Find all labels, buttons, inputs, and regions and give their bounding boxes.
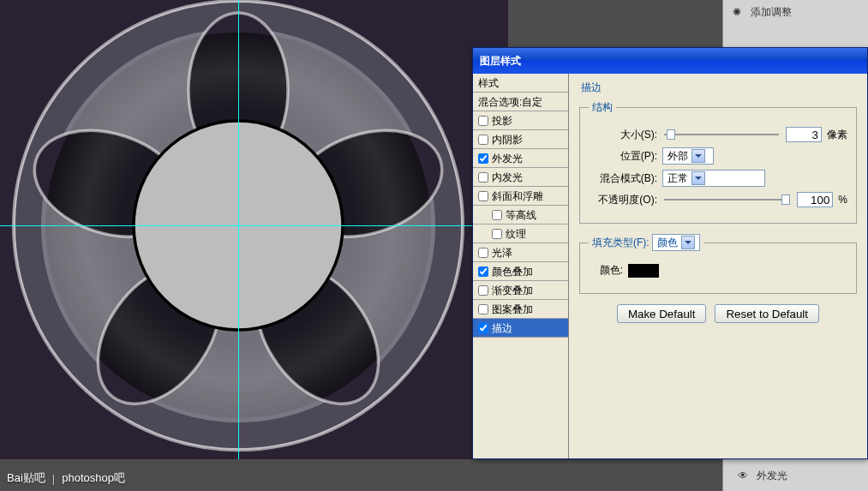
style-item-drop-shadow[interactable]: 投影 [473,111,568,130]
add-adjustment[interactable]: ✺ 添加调整 [723,0,868,24]
style-checkbox-drop-shadow[interactable] [478,116,488,126]
fill-fieldset: 填充类型(F): 颜色 颜色: [579,234,857,294]
dialog-title: 图层样式 [480,54,521,69]
blend-options-header[interactable]: 混合选项:自定 [473,93,568,111]
color-label: 颜色: [589,263,623,278]
structure-fieldset: 结构 大小(S): 像素 位置(P): 外部 混合模式(B): 正常 不透明度(… [579,100,857,224]
fill-legend: 填充类型(F): 颜色 [589,234,703,251]
chevron-down-icon [681,236,695,249]
fx-entry-label: 外发光 [757,469,787,483]
style-label: 外发光 [492,149,523,168]
style-label: 图案叠加 [492,300,533,319]
style-item-stroke[interactable]: 描边 [473,319,568,338]
opacity-label: 不透明度(O): [589,193,657,207]
opacity-input[interactable] [797,192,833,207]
add-adjustment-label: 添加调整 [751,5,792,20]
style-checkbox-inner-glow[interactable] [478,172,488,183]
style-checkbox-satin[interactable] [478,248,488,258]
style-label: 光泽 [492,243,512,262]
guide-horizontal [0,225,508,226]
style-item-color-overlay[interactable]: 颜色叠加 [473,262,568,281]
style-item-bevel[interactable]: 斜面和浮雕 [473,187,568,206]
chevron-down-icon [691,171,705,185]
style-item-inner-shadow[interactable]: 内阴影 [473,130,568,149]
watermark: Bai贴吧 | photoshop吧 [7,470,125,486]
position-label: 位置(P): [589,149,657,164]
size-label: 大小(S): [589,128,657,142]
filltype-label: 填充类型(F): [592,237,650,248]
structure-legend: 结构 [589,100,616,115]
style-item-gradient-overlay[interactable]: 渐变叠加 [473,281,568,300]
style-label: 等高线 [506,206,536,225]
size-slider-thumb[interactable] [667,129,675,140]
stroke-section-title: 描边 [581,81,857,95]
position-select[interactable]: 外部 [662,147,714,165]
style-label: 纹理 [506,225,526,243]
style-checkbox-inner-shadow[interactable] [478,135,488,145]
adjustment-icon: ✺ [728,3,745,21]
style-label: 内阴影 [492,130,523,149]
opacity-slider[interactable] [664,199,790,201]
style-checkbox-texture[interactable] [492,229,502,239]
styles-list: 样式 混合选项:自定 投影内阴影外发光内发光斜面和浮雕等高线纹理光泽颜色叠加渐变… [473,74,569,458]
stroke-settings: 描边 结构 大小(S): 像素 位置(P): 外部 混合模式(B): 正常 [569,74,867,458]
blendmode-select[interactable]: 正常 [662,170,765,187]
watermark-board: photoshop吧 [62,470,125,486]
opacity-slider-thumb[interactable] [781,195,790,205]
style-checkbox-color-overlay[interactable] [478,266,488,277]
divider-icon: | [52,472,55,485]
style-label: 描边 [492,319,512,338]
blendmode-label: 混合模式(B): [589,171,657,186]
style-item-pattern-overlay[interactable]: 图案叠加 [473,300,568,319]
dialog-titlebar[interactable]: 图层样式 [473,48,867,74]
styles-header[interactable]: 样式 [473,74,568,93]
style-checkbox-bevel[interactable] [478,191,488,201]
style-item-contour[interactable]: 等高线 [473,206,568,225]
canvas[interactable] [0,0,508,459]
style-label: 斜面和浮雕 [492,187,543,206]
style-label: 投影 [492,111,512,130]
style-label: 渐变叠加 [492,281,533,300]
style-label: 颜色叠加 [492,262,533,281]
guide-vertical [238,0,239,459]
wheel-artwork [0,0,508,459]
style-item-texture[interactable]: 纹理 [473,225,568,243]
chevron-down-icon [691,149,705,163]
make-default-button[interactable]: Make Default [617,304,707,323]
eye-icon[interactable]: 👁 [734,467,751,484]
size-slider[interactable] [664,134,779,135]
style-checkbox-stroke[interactable] [478,323,488,333]
style-checkbox-pattern-overlay[interactable] [478,304,488,314]
style-checkbox-outer-glow[interactable] [478,153,488,164]
size-unit: 像素 [827,128,847,142]
layer-fx-entry[interactable]: 👁 外发光 [729,464,866,488]
size-input[interactable] [786,127,822,142]
style-item-inner-glow[interactable]: 内发光 [473,168,568,187]
watermark-brand: Bai贴吧 [7,470,45,486]
style-checkbox-gradient-overlay[interactable] [478,285,488,296]
style-item-outer-glow[interactable]: 外发光 [473,149,568,168]
style-checkbox-contour[interactable] [492,210,502,220]
filltype-select[interactable]: 颜色 [652,234,700,251]
color-swatch[interactable] [628,264,659,278]
style-item-satin[interactable]: 光泽 [473,243,568,262]
layer-style-dialog: 图层样式 样式 混合选项:自定 投影内阴影外发光内发光斜面和浮雕等高线纹理光泽颜… [472,47,868,459]
reset-default-button[interactable]: Reset to Default [715,304,819,323]
style-label: 内发光 [492,168,523,187]
opacity-unit: % [838,194,847,206]
